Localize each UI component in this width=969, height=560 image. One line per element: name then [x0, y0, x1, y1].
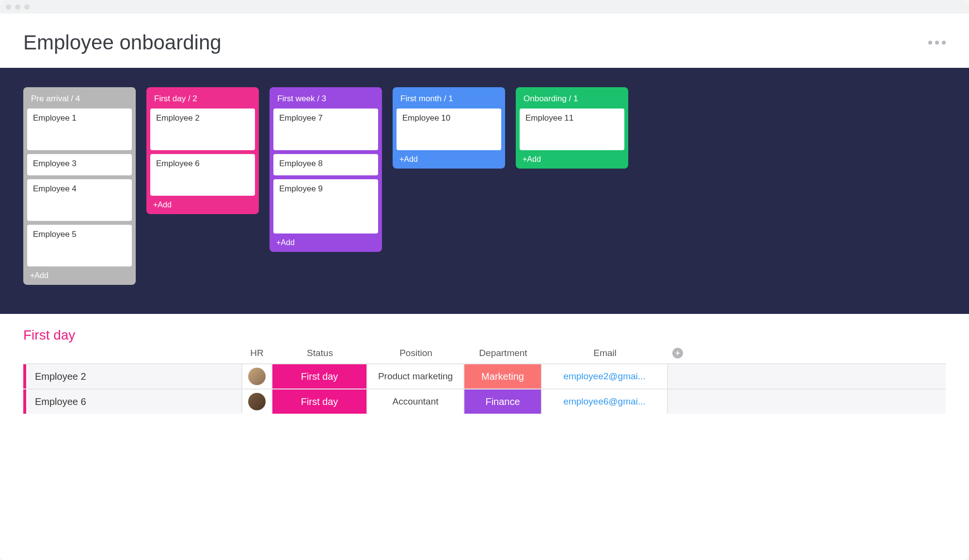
add-card-button[interactable]: +Add: [520, 151, 624, 165]
page-title: Employee onboarding: [23, 31, 222, 54]
add-card-button[interactable]: +Add: [397, 151, 501, 165]
add-card-button[interactable]: +Add: [150, 197, 255, 210]
row-spacer: [668, 364, 687, 389]
kanban-card[interactable]: Employee 11: [520, 109, 624, 150]
email-cell[interactable]: employee2@gmai...: [542, 364, 668, 389]
kanban-card[interactable]: Employee 10: [397, 109, 501, 150]
position-cell[interactable]: Product marketing: [367, 364, 464, 389]
add-card-button[interactable]: +Add: [273, 234, 378, 248]
kanban-card[interactable]: Employee 3: [27, 154, 132, 175]
column-header[interactable]: First week / 3: [273, 91, 378, 109]
status-cell[interactable]: First day: [272, 364, 367, 389]
column-header[interactable]: Pre arrival / 4: [27, 91, 132, 109]
kanban-card[interactable]: Employee 1: [27, 109, 132, 150]
position-cell[interactable]: Accountant: [367, 389, 464, 414]
avatar: [248, 393, 266, 410]
email-cell[interactable]: employee6@gmai...: [542, 389, 668, 414]
kanban-card[interactable]: Employee 9: [273, 179, 378, 233]
table-row[interactable]: Employee 2First dayProduct marketingMark…: [23, 363, 946, 389]
hr-cell[interactable]: [241, 389, 272, 414]
chrome-dot: [6, 4, 11, 10]
column-header-department[interactable]: Department: [464, 348, 542, 358]
chrome-dot: [15, 4, 20, 10]
kanban-column: Pre arrival / 4Employee 1Employee 3Emplo…: [23, 87, 136, 285]
status-cell[interactable]: First day: [272, 389, 367, 414]
hr-cell[interactable]: [241, 364, 272, 389]
kanban-card[interactable]: Employee 8: [273, 154, 378, 175]
column-header-hr[interactable]: HR: [241, 348, 272, 358]
department-cell[interactable]: Finance: [464, 389, 542, 414]
kanban-board: Pre arrival / 4Employee 1Employee 3Emplo…: [0, 68, 969, 314]
add-column-button[interactable]: +: [672, 348, 683, 358]
kanban-column: Onboarding / 1Employee 11+Add: [516, 87, 628, 169]
column-header[interactable]: Onboarding / 1: [520, 91, 624, 109]
kanban-card[interactable]: Employee 4: [27, 179, 132, 221]
kanban-card[interactable]: Employee 5: [27, 225, 132, 266]
kanban-column: First week / 3Employee 7Employee 8Employ…: [270, 87, 382, 252]
kanban-column: First day / 2Employee 2Employee 6+Add: [146, 87, 259, 214]
more-menu-button[interactable]: [928, 41, 946, 45]
kanban-card[interactable]: Employee 2: [150, 109, 255, 150]
kanban-card[interactable]: Employee 7: [273, 109, 378, 150]
window-chrome: [0, 0, 969, 14]
add-card-button[interactable]: +Add: [27, 267, 132, 281]
table-row[interactable]: Employee 6First dayAccountantFinanceempl…: [23, 389, 946, 414]
row-name-cell[interactable]: Employee 6: [23, 389, 241, 414]
column-header-email[interactable]: Email: [542, 348, 668, 358]
row-name-cell[interactable]: Employee 2: [23, 364, 241, 389]
column-header-status[interactable]: Status: [272, 348, 367, 358]
kanban-card[interactable]: Employee 6: [150, 154, 255, 196]
department-cell[interactable]: Marketing: [464, 364, 542, 389]
kanban-column: First month / 1Employee 10+Add: [393, 87, 505, 169]
chrome-dot: [24, 4, 30, 10]
group-title[interactable]: First day: [23, 327, 946, 343]
column-header[interactable]: First day / 2: [150, 91, 255, 109]
row-spacer: [668, 389, 687, 414]
avatar: [248, 368, 266, 385]
column-header[interactable]: First month / 1: [397, 91, 501, 109]
column-header-position[interactable]: Position: [367, 348, 464, 358]
